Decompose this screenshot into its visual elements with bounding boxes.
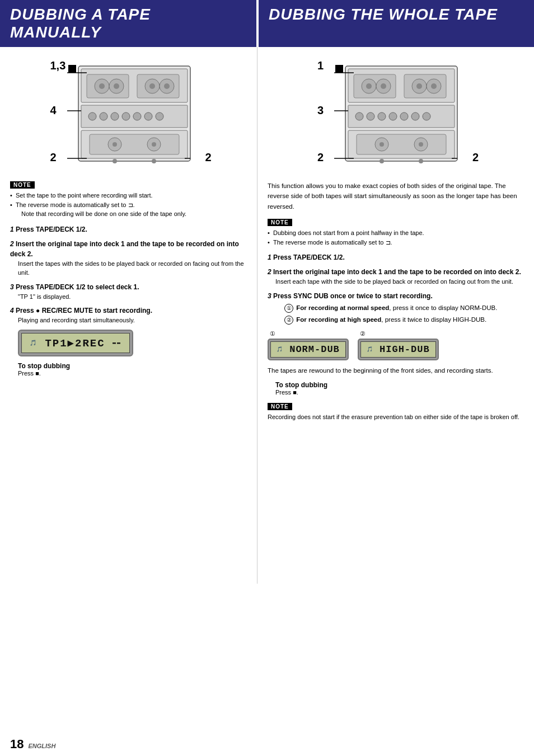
right-to-stop-desc: Press ■.	[275, 389, 524, 396]
svg-rect-53	[357, 134, 446, 154]
left-lcd-wrapper: 🎵 TP1▶2REC ▬▬	[18, 330, 247, 356]
left-column: 1,3 4 2 2 NOTE Set the tape to the point…	[0, 47, 257, 584]
svg-point-27	[152, 159, 156, 163]
left-lcd: 🎵 TP1▶2REC ▬▬	[21, 333, 130, 353]
right-to-stop-title: To stop dubbing	[275, 381, 524, 389]
right-note-1-label: NOTE	[268, 219, 292, 226]
svg-point-50	[411, 112, 419, 120]
right-column: 1 3 2 2 This function allows you to make…	[257, 47, 534, 584]
svg-point-17	[133, 112, 141, 120]
callout-2-right: 2	[205, 151, 211, 164]
svg-point-39	[381, 83, 386, 89]
left-note: NOTE Set the tape to the point where rec…	[10, 181, 247, 219]
content-row: 1,3 4 2 2 NOTE Set the tape to the point…	[0, 47, 534, 584]
right-callout-2-right: 2	[472, 151, 479, 164]
svg-point-58	[380, 159, 384, 163]
left-step-2: 2 Insert the original tape into deck 1 a…	[10, 239, 247, 278]
indicator-square	[68, 65, 76, 73]
svg-point-23	[113, 142, 117, 147]
right-callout-1: 1	[317, 59, 324, 72]
footer: 18 ENGLISH	[0, 732, 534, 756]
svg-point-18	[144, 112, 152, 120]
svg-point-41	[416, 83, 422, 89]
left-diagram: 1,3 4 2 2	[10, 55, 247, 174]
svg-point-25	[152, 142, 156, 147]
left-step-4-desc: Playing and recording start simultaneous…	[10, 316, 247, 325]
svg-point-55	[380, 142, 384, 147]
svg-point-15	[111, 112, 119, 120]
right-note-1-item-2: The reverse mode is automatically set to…	[268, 238, 524, 247]
right-step-3-substeps: ① For recording at normal speed, press i…	[268, 303, 524, 325]
svg-point-26	[113, 159, 117, 163]
right-substep-2: ② For recording at high speed, press it …	[275, 315, 524, 325]
svg-point-11	[164, 83, 170, 89]
left-note-item-1: Set the tape to the point where recordin…	[10, 191, 247, 200]
left-header: DUBBING A TAPE MANUALLY	[0, 0, 256, 47]
page-language: ENGLISH	[28, 743, 55, 749]
left-note-label: NOTE	[10, 181, 35, 189]
left-step-3-desc: "TP 1" is displayed.	[10, 292, 247, 302]
left-to-stop: To stop dubbing Press ■.	[18, 362, 247, 377]
left-diagram-wrapper: 1,3 4 2 2	[50, 55, 207, 174]
left-step-2-desc: Insert the tapes with the sides to be pl…	[10, 259, 247, 278]
svg-point-7	[114, 83, 119, 89]
svg-point-59	[419, 159, 423, 163]
svg-point-14	[100, 112, 107, 120]
right-indicator-square	[335, 65, 343, 73]
right-note-2-content: Recording does not start if the erasure …	[268, 412, 524, 422]
right-step-3: 3 Press SYNC DUB once or twice to start …	[268, 291, 524, 325]
svg-point-5	[99, 83, 105, 89]
callout-2-left: 2	[50, 151, 57, 164]
left-note-content: Set the tape to the point where recordin…	[10, 191, 247, 219]
right-after-lcd: The tapes are rewound to the beginning o…	[268, 366, 524, 375]
svg-point-16	[122, 112, 130, 120]
svg-point-9	[149, 83, 155, 89]
left-to-stop-title: To stop dubbing	[18, 362, 247, 370]
svg-point-51	[423, 112, 430, 120]
left-step-1: 1 Press TAPE/DECK 1/2.	[10, 224, 247, 234]
right-lcd-2-wrapper: ② 🎵 HIGH-DUB	[358, 330, 439, 360]
right-lcd-1: 🎵 NORM-DUB	[270, 341, 346, 358]
right-diagram-wrapper: 1 3 2 2	[317, 55, 474, 174]
right-intro: This function allows you to make exact c…	[268, 181, 524, 212]
right-note-2-label: NOTE	[268, 403, 292, 410]
left-step-4: 4 Press ● REC/REC MUTE to start recordin…	[10, 306, 247, 325]
left-to-stop-desc: Press ■.	[18, 370, 247, 377]
callout-4: 4	[50, 104, 57, 117]
right-callout-2-left: 2	[317, 151, 324, 164]
right-steps: 1 Press TAPE/DECK 1/2. 2 Insert the orig…	[268, 252, 524, 325]
page-number: 18	[10, 737, 24, 752]
right-lcd-2: 🎵 HIGH-DUB	[360, 341, 436, 358]
right-callout-3: 3	[317, 104, 324, 117]
page: DUBBING A TAPE MANUALLY DUBBING THE WHOL…	[0, 0, 534, 756]
right-step-1: 1 Press TAPE/DECK 1/2.	[268, 252, 524, 262]
svg-point-13	[88, 112, 96, 120]
svg-rect-21	[90, 134, 179, 154]
right-header: DUBBING THE WHOLE TAPE	[259, 0, 534, 47]
left-step-3: 3 Press TAPE/DECK 1/2 to select deck 1. …	[10, 282, 247, 302]
svg-point-48	[389, 112, 397, 120]
right-step-2: 2 Insert the original tape into deck 1 a…	[268, 267, 524, 287]
svg-point-37	[366, 83, 372, 89]
right-lcd-2-num: ②	[360, 330, 366, 337]
right-note-2: NOTE Recording does not start if the era…	[268, 402, 524, 422]
svg-point-47	[378, 112, 386, 120]
spacer	[0, 584, 534, 732]
svg-point-49	[400, 112, 408, 120]
right-note-1-content: Dubbing does not start from a point half…	[268, 228, 524, 247]
left-note-item-2: The reverse mode is automatically set to…	[10, 200, 247, 219]
svg-point-19	[156, 112, 163, 120]
svg-point-46	[367, 112, 374, 120]
callout-13: 1,3	[50, 59, 66, 72]
right-lcd-1-wrapper: ① 🎵 NORM-DUB	[268, 330, 349, 360]
left-steps: 1 Press TAPE/DECK 1/2. 2 Insert the orig…	[10, 224, 247, 325]
right-note-1: NOTE Dubbing does not start from a point…	[268, 218, 524, 247]
right-substep-1: ① For recording at normal speed, press i…	[275, 303, 524, 313]
right-diagram: 1 3 2 2	[268, 55, 524, 174]
svg-point-45	[355, 112, 363, 120]
svg-point-43	[431, 83, 437, 89]
right-note-1-item-1: Dubbing does not start from a point half…	[268, 228, 524, 238]
right-step-2-desc: Insert each tape with the side to be pla…	[268, 277, 524, 287]
right-lcd-1-num: ①	[270, 330, 275, 337]
header-row: DUBBING A TAPE MANUALLY DUBBING THE WHOL…	[0, 0, 534, 47]
